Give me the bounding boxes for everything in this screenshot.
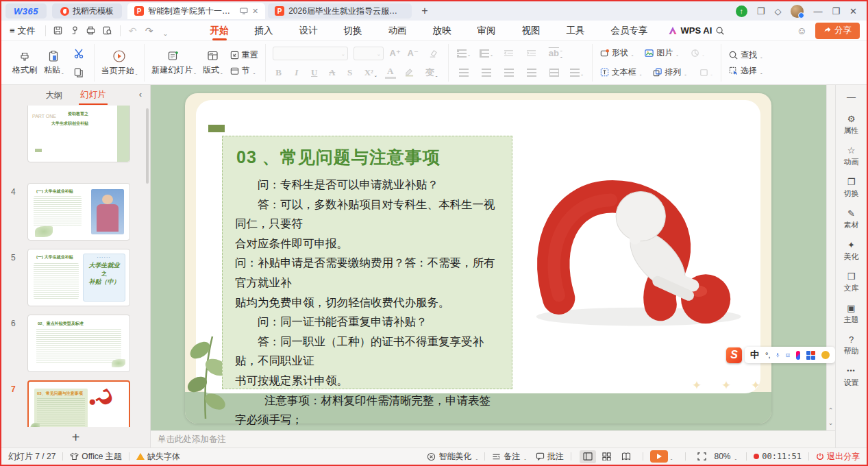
user-avatar[interactable] [791,5,804,18]
bold-button[interactable]: B [273,67,285,78]
textbox-button[interactable]: 文本框ˬ [599,66,642,78]
font-color-button[interactable]: A [385,66,396,79]
change-case-button[interactable]: 变ˬ [423,66,440,79]
close-tab-icon[interactable]: ✕ [252,7,258,16]
ime-skin-icon[interactable] [796,351,800,360]
canvas-scrollbar[interactable]: ⌃ ⌄ [826,85,835,430]
new-slide-button[interactable]: 新建幻灯片ˬ [151,49,196,76]
smart-beautify-button[interactable]: 智能美化ˬ [427,451,478,463]
sidebar-item-properties[interactable]: ⚙属性 [836,109,867,140]
superscript-button[interactable]: X²ˬ [362,67,380,78]
outline-tab[interactable]: 大纲 [44,87,64,104]
numbering-button[interactable]: ˬ [478,46,495,61]
ime-punctuation-toggle[interactable]: °, [765,351,770,359]
search-icon[interactable] [712,23,728,38]
text-shadow-button[interactable]: S [344,67,356,78]
save-button[interactable] [50,23,66,38]
italic-button[interactable]: I [290,67,303,78]
pictures-button[interactable]: 图片ˬ [644,47,678,59]
tab-animation[interactable]: 动画 [375,21,420,40]
insert-chart-button[interactable]: ˬ [689,46,706,61]
play-from-current-button[interactable]: 当页开始ˬ [101,49,138,77]
slide-master-button[interactable]: ˬ [697,65,714,80]
export-pdf-button[interactable] [66,23,83,38]
sidebar-item-assets[interactable]: ✎素材 [836,204,867,235]
ime-keyboard-icon[interactable] [786,352,790,359]
collapse-panel-icon[interactable]: ‹ [139,89,142,99]
clear-format-button[interactable] [425,46,441,61]
reset-button[interactable]: 重置 [230,49,258,61]
document-tab-2[interactable]: P 2026届毕业生就业指导云服务.pptx [268,3,412,19]
present-screen-icon[interactable] [240,8,248,14]
arrange-button[interactable]: 排列ˬ [652,66,686,78]
question-mark-image[interactable] [522,159,748,339]
find-button[interactable]: 查找ˬ [728,49,762,61]
upgrade-icon[interactable]: ↑ [736,5,747,17]
tab-insert[interactable]: 插入 [242,21,286,40]
strikethrough-button[interactable]: A [326,67,338,78]
format-painter-button[interactable]: 格式刷 [12,50,37,76]
text-direction-button[interactable]: abˬ [546,48,565,58]
cut-button[interactable] [71,46,87,61]
share-button[interactable]: 分享 [815,23,860,39]
play-options-caret[interactable]: ˬ [671,454,673,460]
sidebar-item-help[interactable]: ?帮助 [836,330,867,361]
slide-sorter-view-button[interactable] [599,450,615,463]
font-name-select[interactable] [273,47,348,60]
distribute-button[interactable] [546,65,562,80]
highlight-button[interactable] [401,65,418,80]
document-tab-1[interactable]: P 智能制造学院第十一周安全+主 ✕ [127,3,265,19]
paste-button[interactable]: 粘贴ˬ [44,50,64,76]
sidebar-item-library[interactable]: ❒文库 [836,267,867,298]
slide-canvas[interactable]: 03 、常见问题与注意事项 问：专科生是否可以申请就业补贴？ 答：可以，多数补贴… [151,85,835,430]
file-menu-button[interactable]: ≡ 文件 [8,25,41,37]
print-preview-button[interactable] [99,23,116,38]
tab-slideshow[interactable]: 放映 [420,21,464,40]
sogou-logo[interactable]: S [726,347,742,363]
undo-button[interactable]: ↶ [125,23,141,38]
minimize-button[interactable]: — [813,6,822,16]
tab-tools[interactable]: 工具 [554,21,598,40]
font-size-select[interactable] [354,47,384,60]
increase-font-button[interactable]: A⁺ [389,48,401,58]
decrease-indent-button[interactable] [501,46,517,61]
tab-member[interactable]: 会员专享 [598,21,661,40]
sidebar-item-settings[interactable]: •••设置 [836,361,867,393]
sidebar-item-theme[interactable]: ▣主题 [836,298,867,330]
align-right-button[interactable] [501,65,517,80]
ime-mic-icon[interactable] [776,350,780,360]
wps-ai-button[interactable]: WPS AI [668,25,712,36]
notes-button[interactable]: 备注ˬ [492,451,526,463]
align-left-button[interactable] [456,65,472,80]
normal-view-button[interactable] [580,450,596,463]
line-spacing-button[interactable]: ˬ [569,65,585,80]
fit-slide-button[interactable] [694,450,710,463]
tab-review[interactable]: 审阅 [464,21,509,40]
theme-status-button[interactable]: Office 主题 [70,451,121,463]
ime-emoji-icon[interactable] [821,351,830,359]
template-store-button[interactable]: 找稻壳模板 [52,3,122,19]
bullets-button[interactable]: ˬ [456,46,472,61]
tab-design[interactable]: 设计 [286,21,331,40]
shapes-button[interactable]: 形状ˬ [599,47,634,59]
cube-icon[interactable]: ◇ [774,6,781,16]
print-button[interactable] [83,23,99,38]
underline-button[interactable]: U [308,67,321,78]
ime-apps-icon[interactable] [806,351,815,360]
sidebar-item-transition[interactable]: ❐切换 [836,172,867,204]
next-slide-button[interactable]: ⌄ [828,419,834,426]
collapse-sidebar-icon[interactable]: — [847,92,856,102]
slides-tab[interactable]: 幻灯片 [79,86,108,105]
play-slideshow-button[interactable] [650,450,668,463]
tab-home[interactable]: 开始 [197,21,242,40]
slide-text-box[interactable]: 03 、常见问题与注意事项 问：专科生是否可以申请就业补贴？ 答：可以，多数补贴… [222,136,512,389]
sidebar-item-animation[interactable]: ☆动画 [836,140,867,172]
close-window-button[interactable]: ✕ [850,6,857,16]
panel-scrollbar[interactable] [146,108,149,184]
decrease-font-button[interactable]: A⁻ [407,48,419,58]
zoom-level[interactable]: 80%ˬ [715,452,737,461]
toolbar-more-icon[interactable]: ˬ [158,23,174,38]
select-button[interactable]: 选择ˬ [728,65,762,77]
sidebar-item-beautify[interactable]: ✦美化 [836,235,867,267]
justify-button[interactable] [523,65,540,80]
